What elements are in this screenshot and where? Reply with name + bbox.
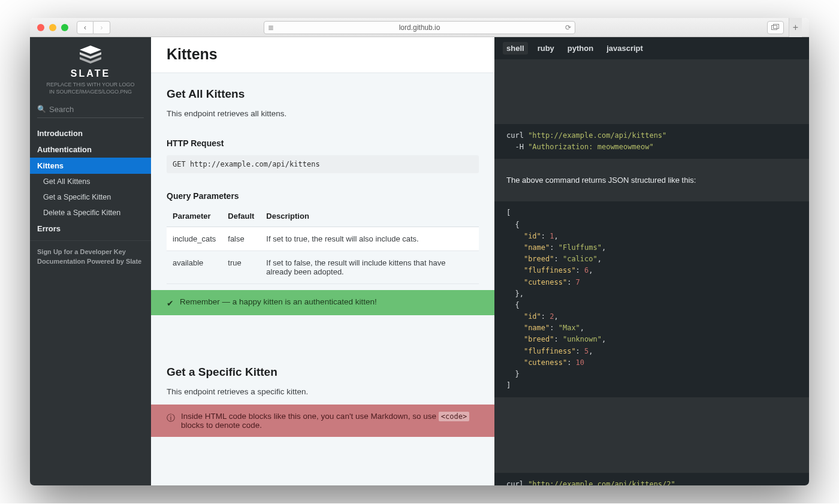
nav-errors[interactable]: Errors bbox=[30, 221, 151, 237]
search-icon: 🔍 bbox=[37, 105, 46, 113]
code-json-1: [ { "id": 1, "name": "Fluffums", "breed"… bbox=[494, 201, 809, 397]
nav-get-all-kittens[interactable]: Get All Kittens bbox=[30, 174, 151, 189]
code-curl-2: curl "http://example.com/api/kittens/2" … bbox=[494, 473, 809, 485]
info-circle-icon: ⓘ bbox=[167, 413, 175, 424]
close-icon[interactable] bbox=[37, 24, 44, 31]
brand-tagline: REPLACE THIS WITH YOUR LOGO IN SOURCE/IM… bbox=[36, 82, 145, 95]
slate-logo-icon bbox=[79, 46, 102, 65]
footer-signup-link[interactable]: Sign Up for a Developer Key bbox=[37, 247, 144, 256]
tab-python[interactable]: python bbox=[564, 42, 597, 55]
search-wrap: 🔍 bbox=[30, 101, 151, 122]
logo-block: SLATE REPLACE THIS WITH YOUR LOGO IN SOU… bbox=[30, 37, 151, 101]
tabs-button[interactable] bbox=[767, 21, 784, 34]
notice-warning: ⓘ Inside HTML code blocks like this one,… bbox=[151, 405, 494, 437]
nav-kittens[interactable]: Kittens bbox=[30, 158, 151, 174]
nav-buttons: ‹ › bbox=[77, 21, 110, 34]
forward-button[interactable]: › bbox=[93, 21, 110, 34]
search-input[interactable] bbox=[37, 101, 144, 118]
notice-warning-text: Inside HTML code blocks like this one, y… bbox=[181, 412, 479, 430]
page-title: Kittens bbox=[167, 46, 479, 63]
get-specific-desc: This endpoint retrieves a specific kitte… bbox=[167, 384, 479, 405]
tab-ruby[interactable]: ruby bbox=[534, 42, 558, 55]
minimize-icon[interactable] bbox=[49, 24, 56, 31]
window-controls bbox=[37, 24, 68, 31]
code-curl-1: curl "http://example.com/api/kittens" -H… bbox=[494, 124, 809, 159]
address-bar[interactable]: ≣ lord.github.io ⟳ bbox=[264, 21, 575, 34]
section-get-specific: Get a Specific Kitten bbox=[167, 351, 479, 384]
check-circle-icon: ✔ bbox=[167, 298, 174, 308]
get-all-desc: This endpoint retrieves all kittens. bbox=[167, 105, 479, 126]
notice-success: ✔ Remember — a happy kitten is an authen… bbox=[151, 290, 494, 315]
brand-title: SLATE bbox=[36, 68, 145, 79]
http-request-code: GET http://example.com/api/kittens bbox=[167, 155, 479, 173]
code-note-1: The above command returns JSON structure… bbox=[494, 170, 809, 191]
th-parameter: Parameter bbox=[167, 206, 222, 227]
code-panel[interactable]: shell ruby python javascript curl "http:… bbox=[494, 37, 809, 485]
reload-icon[interactable]: ⟳ bbox=[565, 23, 571, 32]
svg-marker-2 bbox=[80, 46, 101, 54]
nav-authentication[interactable]: Authentication bbox=[30, 141, 151, 158]
th-description: Description bbox=[260, 206, 479, 227]
new-tab-button[interactable]: + bbox=[789, 18, 802, 37]
section-get-all: Get All Kittens bbox=[167, 73, 479, 105]
nav-get-specific-kitten[interactable]: Get a Specific Kitten bbox=[30, 189, 151, 205]
svg-rect-1 bbox=[774, 24, 779, 28]
sidebar: SLATE REPLACE THIS WITH YOUR LOGO IN SOU… bbox=[30, 37, 151, 485]
svg-rect-0 bbox=[772, 25, 777, 29]
sidebar-nav: Introduction Authentication Kittens Get … bbox=[30, 125, 151, 237]
back-button[interactable]: ‹ bbox=[77, 21, 93, 34]
nav-delete-kitten[interactable]: Delete a Specific Kitten bbox=[30, 205, 151, 221]
th-default: Default bbox=[222, 206, 260, 227]
footer-powered-link[interactable]: Documentation Powered by Slate bbox=[37, 256, 144, 266]
nav-introduction[interactable]: Introduction bbox=[30, 125, 151, 141]
table-row: include_cats false If set to true, the r… bbox=[167, 227, 479, 251]
url-text: lord.github.io bbox=[399, 23, 440, 32]
notice-success-text: Remember — a happy kitten is an authenti… bbox=[180, 297, 377, 306]
tab-javascript[interactable]: javascript bbox=[603, 42, 647, 55]
browser-window: ‹ › ≣ lord.github.io ⟳ + SLATE REPLACE T… bbox=[30, 18, 809, 485]
browser-titlebar: ‹ › ≣ lord.github.io ⟳ + bbox=[30, 18, 809, 37]
sidebar-footer: Sign Up for a Developer Key Documentatio… bbox=[30, 240, 151, 272]
query-params-table: Parameter Default Description include_ca… bbox=[167, 206, 479, 284]
maximize-icon[interactable] bbox=[61, 24, 68, 31]
doc-panel[interactable]: Kittens Get All Kittens This endpoint re… bbox=[151, 37, 494, 485]
reader-icon[interactable]: ≣ bbox=[268, 23, 274, 32]
lang-tabs: shell ruby python javascript bbox=[494, 37, 809, 59]
table-row: available true If set to false, the resu… bbox=[167, 251, 479, 283]
tab-shell[interactable]: shell bbox=[503, 42, 528, 55]
query-params-heading: Query Parameters bbox=[167, 179, 479, 206]
http-request-heading: HTTP Request bbox=[167, 126, 479, 153]
